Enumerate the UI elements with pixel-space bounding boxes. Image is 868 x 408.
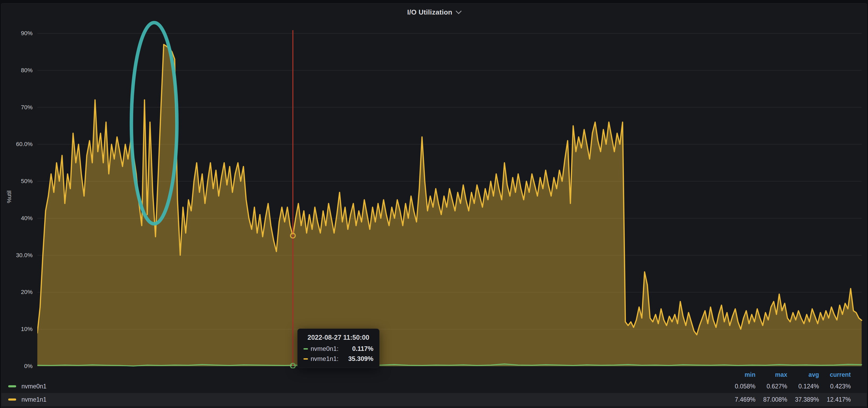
- tooltip-row: nvme0n1:0.117%: [304, 345, 373, 352]
- y-tick-label: 50%: [1, 178, 33, 185]
- legend-stat-avg: 37.389%: [787, 396, 819, 403]
- legend-column-max[interactable]: max: [755, 371, 787, 378]
- y-tick-label: 30.0%: [1, 252, 33, 259]
- tooltip-timestamp: 2022-08-27 11:50:00: [304, 334, 373, 341]
- grafana-dashboard: I/O Utilization %util 0%10%20%30.0%40%50…: [0, 0, 868, 408]
- y-tick-label: 60.0%: [1, 141, 33, 148]
- legend: minmaxavgcurrent nvme0n10.058%0.627%0.12…: [1, 370, 867, 406]
- tooltip-series-name: nvme0n1:: [311, 345, 338, 352]
- y-tick-label: 20%: [1, 289, 33, 296]
- series-area-nvme1n1: [37, 44, 862, 366]
- y-tick-label: 70%: [1, 104, 33, 111]
- series-color-swatch-icon[interactable]: [8, 385, 16, 387]
- series-color-swatch-icon[interactable]: [8, 399, 16, 401]
- legend-stat-max: 0.627%: [755, 383, 787, 390]
- chart-tooltip: 2022-08-27 11:50:00 nvme0n1:0.117%nvme1n…: [298, 329, 379, 368]
- legend-header: minmaxavgcurrent: [1, 370, 867, 380]
- legend-stat-current: 0.423%: [819, 383, 851, 390]
- tooltip-series-value: 35.309%: [348, 355, 373, 363]
- chevron-down-icon: [456, 8, 462, 14]
- tooltip-row: nvme1n1:35.309%: [304, 355, 373, 363]
- y-tick-label: 40%: [1, 215, 33, 222]
- y-tick-label: 90%: [1, 30, 33, 37]
- y-tick-label: 80%: [1, 67, 33, 74]
- y-tick-label: 0%: [1, 363, 33, 370]
- legend-column-current[interactable]: current: [819, 371, 851, 378]
- legend-row-nvme1n1[interactable]: nvme1n17.469%87.008%37.389%12.417%: [1, 393, 867, 406]
- legend-column-avg[interactable]: avg: [787, 371, 819, 378]
- series-color-swatch-icon: [304, 358, 308, 360]
- legend-series-name[interactable]: nvme1n1: [22, 396, 46, 403]
- tooltip-rows: nvme0n1:0.117%nvme1n1:35.309%: [304, 345, 373, 363]
- legend-column-min[interactable]: min: [724, 371, 755, 378]
- legend-stat-avg: 0.124%: [787, 383, 819, 390]
- legend-stat-min: 0.058%: [724, 383, 755, 390]
- series-color-swatch-icon: [304, 348, 308, 349]
- tooltip-series-name: nvme1n1:: [311, 355, 338, 363]
- legend-series-name[interactable]: nvme0n1: [22, 383, 46, 390]
- y-tick-label: 10%: [1, 326, 33, 333]
- legend-row-nvme0n1[interactable]: nvme0n10.058%0.627%0.124%0.423%: [1, 380, 867, 393]
- legend-stat-current: 12.417%: [819, 396, 851, 403]
- legend-rows: nvme0n10.058%0.627%0.124%0.423%nvme1n17.…: [1, 380, 867, 406]
- legend-stat-min: 7.469%: [724, 396, 755, 403]
- io-utilization-panel: I/O Utilization %util 0%10%20%30.0%40%50…: [1, 3, 867, 408]
- tooltip-series-value: 0.117%: [352, 345, 373, 352]
- chart-canvas[interactable]: [37, 15, 863, 368]
- legend-stat-max: 87.008%: [755, 396, 787, 403]
